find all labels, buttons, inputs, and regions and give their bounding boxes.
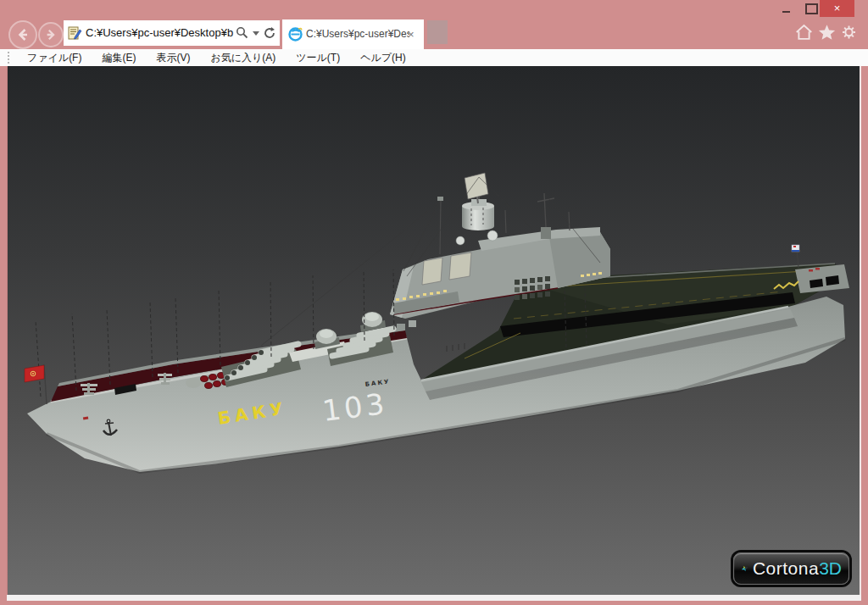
stern-ensign-flag — [792, 245, 799, 268]
settings-gear-icon — [840, 24, 858, 41]
minimize-icon — [782, 11, 790, 13]
close-icon: × — [834, 0, 841, 17]
cortona3d-star-icon — [741, 558, 748, 580]
maximize-button[interactable] — [802, 0, 821, 17]
ship-hull — [27, 297, 845, 472]
favorites-star-icon — [818, 24, 836, 41]
browser-tab[interactable]: C:¥Users¥pc-user¥Desk... × — [282, 19, 424, 49]
new-tab-button[interactable] — [427, 20, 448, 44]
radome — [487, 230, 498, 241]
refresh-button[interactable] — [263, 26, 276, 40]
search-icon[interactable] — [236, 26, 248, 39]
favorites-button[interactable] — [816, 22, 837, 42]
window-frame-right — [860, 66, 868, 595]
menu-favorites[interactable]: お気に入り(A) — [200, 49, 286, 66]
chevron-down-icon[interactable] — [253, 31, 259, 36]
menu-edit[interactable]: 編集(E) — [92, 49, 146, 66]
window-frame-bottom-inner — [7, 595, 861, 601]
home-button[interactable] — [793, 22, 814, 42]
close-button[interactable]: × — [820, 0, 854, 17]
document-edit-icon — [68, 26, 82, 41]
maximize-icon — [805, 3, 818, 14]
menu-tools[interactable]: ツール(T) — [286, 49, 350, 66]
menu-bar: ファイル(F) 編集(E) 表示(V) お気に入り(A) ツール(T) ヘルプ(… — [0, 49, 868, 66]
cortona-brand-text: Cortona — [753, 558, 819, 578]
bow-jack-flag — [25, 364, 47, 404]
aft-mast — [537, 193, 554, 227]
tab-title: C:¥Users¥pc-user¥Desk... — [306, 19, 409, 49]
window-frame-bottom — [0, 601, 868, 605]
ship-3d-model[interactable]: БАКУ 103 БАКУ — [7, 66, 860, 595]
minimize-button[interactable] — [776, 0, 795, 17]
cortona3d-viewport[interactable]: БАКУ 103 БАКУ — [7, 66, 860, 595]
cortona-3d-text: 3D — [819, 558, 842, 578]
back-button[interactable] — [8, 20, 37, 49]
radome — [456, 236, 465, 245]
toolbar-grip[interactable] — [8, 52, 9, 64]
back-arrow-icon — [16, 28, 30, 42]
forward-arrow-icon — [45, 29, 57, 41]
menu-view[interactable]: 表示(V) — [146, 49, 200, 66]
forward-button[interactable] — [38, 22, 64, 47]
title-bar: × — [0, 0, 868, 19]
internet-explorer-icon — [288, 27, 303, 42]
tab-close-button[interactable]: × — [408, 19, 415, 49]
settings-button[interactable] — [838, 22, 859, 42]
radar-mast-cylinder — [462, 199, 494, 230]
cortona3d-logo[interactable]: Cortona3D — [733, 552, 849, 585]
address-bar[interactable]: C:¥Users¥pc-user¥Desktop¥b — [64, 20, 280, 46]
menu-help[interactable]: ヘルプ(H) — [350, 49, 416, 66]
home-icon — [795, 24, 813, 41]
menu-file[interactable]: ファイル(F) — [17, 49, 92, 66]
navigation-bar: C:¥Users¥pc-user¥Desktop¥b C:¥Users¥pc-u… — [0, 19, 868, 49]
radar-panel — [465, 173, 488, 199]
window-frame-left — [0, 66, 8, 605]
browser-window: × C:¥Users¥pc-user¥Desktop¥b — [0, 0, 868, 605]
address-input[interactable]: C:¥Users¥pc-user¥Desktop¥b — [86, 20, 235, 46]
